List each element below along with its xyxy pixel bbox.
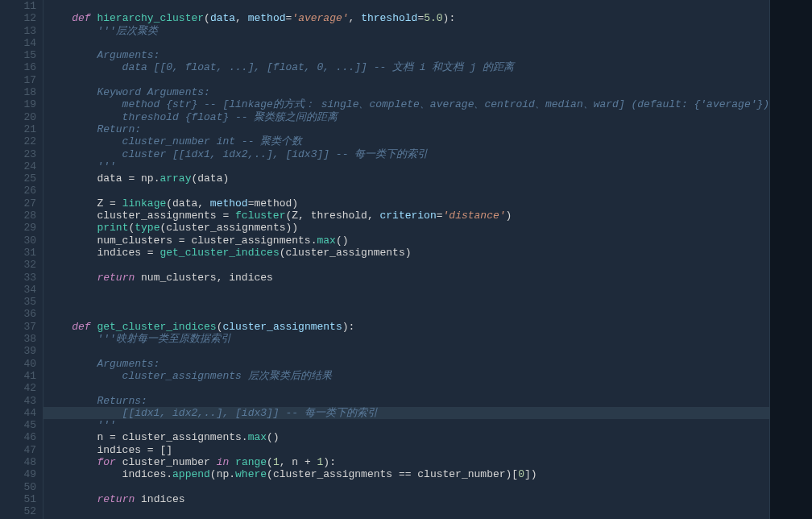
code-line[interactable]: cluster_number int -- 聚类个数	[44, 135, 769, 147]
line-number: 11	[14, 0, 36, 12]
code-token: (cluster_assignments))	[160, 222, 298, 234]
code-line[interactable]: [[idx1, idx2,..], [idx3]] -- 每一类下的索引	[44, 407, 769, 419]
code-token: cluster_number)[	[412, 468, 519, 480]
code-line[interactable]: for cluster_number in range(1, n + 1):	[44, 456, 769, 468]
code-token: hierarchy_cluster	[97, 12, 204, 24]
code-token: =	[437, 210, 443, 222]
code-token: 0	[518, 468, 524, 480]
code-line[interactable]: Z = linkage(data, method=method)	[44, 197, 769, 210]
line-number: 37	[14, 321, 36, 333]
code-token	[47, 321, 72, 333]
code-area[interactable]: def hierarchy_cluster(data, method='aver…	[44, 0, 769, 519]
code-token: (data,	[166, 197, 210, 210]
line-number: 48	[14, 456, 36, 468]
code-token: cluster_assignments	[222, 321, 342, 333]
code-line[interactable]: data = np.array(data)	[44, 172, 769, 185]
code-line[interactable]: return indices	[44, 493, 769, 505]
code-line[interactable]: Return:	[44, 123, 769, 135]
code-token: cluster_assignments.	[185, 235, 317, 247]
line-number: 14	[14, 37, 36, 49]
code-token: get_cluster_indices	[160, 247, 279, 259]
line-number: 39	[14, 345, 36, 357]
code-line[interactable]	[44, 505, 769, 517]
line-number: 17	[14, 74, 36, 86]
code-line[interactable]: indices = get_cluster_indices(cluster_as…	[44, 247, 769, 259]
code-token: ])	[524, 468, 537, 480]
line-number: 19	[14, 98, 36, 110]
code-line[interactable]	[44, 0, 769, 12]
code-line[interactable]	[44, 185, 769, 197]
code-line[interactable]: print(type(cluster_assignments))	[44, 222, 769, 234]
line-number: 34	[14, 284, 36, 296]
line-number: 52	[14, 505, 36, 517]
code-line[interactable]: Keyword Arguments:	[44, 86, 769, 98]
line-number: 33	[14, 272, 36, 284]
code-token: )	[506, 210, 512, 222]
code-line[interactable]	[44, 259, 769, 271]
code-line[interactable]	[44, 37, 769, 49]
line-number: 27	[14, 197, 36, 210]
code-token: data [[0, float, ...], [float, 0, ...]] …	[47, 61, 514, 73]
line-number: 24	[14, 160, 36, 172]
code-token: Arguments:	[47, 358, 160, 370]
code-token: data	[47, 172, 128, 185]
code-token: ):	[342, 321, 355, 333]
code-line[interactable]: cluster [[idx1, idx2,..], [idx3]] -- 每一类…	[44, 148, 769, 160]
code-token: Return:	[47, 123, 141, 135]
code-line[interactable]: '''映射每一类至原数据索引	[44, 333, 769, 345]
code-token: data	[210, 12, 235, 24]
line-number: 49	[14, 468, 36, 480]
line-number: 23	[14, 148, 36, 160]
code-token: =	[110, 431, 116, 443]
code-line[interactable]: Arguments:	[44, 358, 769, 370]
line-number: 28	[14, 210, 36, 222]
code-line[interactable]	[44, 284, 769, 296]
code-line[interactable]: num_clusters = cluster_assignments.max()	[44, 235, 769, 247]
right-panel	[769, 0, 812, 519]
code-token: 'average'	[292, 12, 348, 24]
code-line[interactable]: threshold {float} -- 聚类簇之间的距离	[44, 111, 769, 123]
code-token: ):	[443, 12, 456, 24]
code-token: =	[147, 444, 154, 456]
code-line[interactable]	[44, 345, 769, 357]
code-line[interactable]: cluster_assignments 层次聚类后的结果	[44, 370, 769, 382]
code-token: cluster_number	[116, 456, 217, 468]
line-number: 26	[14, 185, 36, 197]
code-line[interactable]	[44, 74, 769, 86]
code-line[interactable]: indices = []	[44, 444, 769, 456]
code-line[interactable]: method {str} -- [linkage的方式： single、comp…	[44, 98, 769, 110]
line-number: 41	[14, 370, 36, 382]
code-line[interactable]: '''	[44, 160, 769, 172]
code-line[interactable]: return num_clusters, indices	[44, 272, 769, 284]
code-token: []	[154, 444, 172, 456]
code-line[interactable]: indices.append(np.where(cluster_assignme…	[44, 468, 769, 480]
code-line[interactable]: Returns:	[44, 395, 769, 407]
code-token	[47, 222, 97, 234]
code-token: for	[97, 456, 115, 468]
code-line[interactable]: cluster_assignments = fcluster(Z, thresh…	[44, 210, 769, 222]
line-number: 16	[14, 61, 36, 73]
code-token: cluster_assignments 层次聚类后的结果	[47, 370, 332, 382]
code-line[interactable]: data [[0, float, ...], [float, 0, ...]] …	[44, 61, 769, 73]
code-line[interactable]: '''	[44, 419, 769, 431]
code-token: fcluster	[235, 210, 285, 222]
code-token: cluster_number int -- 聚类个数	[47, 135, 302, 147]
code-token: print	[97, 222, 128, 234]
code-line[interactable]	[44, 308, 769, 320]
code-token: Z	[47, 197, 110, 210]
code-line[interactable]: def get_cluster_indices(cluster_assignme…	[44, 321, 769, 333]
code-line[interactable]: n = cluster_assignments.max()	[44, 431, 769, 443]
code-line[interactable]: def hierarchy_cluster(data, method='aver…	[44, 12, 769, 24]
code-line[interactable]: Arguments:	[44, 49, 769, 61]
code-line[interactable]	[44, 296, 769, 308]
code-token: ()	[336, 235, 349, 247]
code-line[interactable]	[44, 481, 769, 493]
code-token: indices	[47, 444, 147, 456]
code-token: criterion	[380, 210, 437, 222]
code-token: Returns:	[47, 395, 147, 407]
code-token: def	[72, 321, 90, 333]
line-number: 15	[14, 49, 36, 61]
code-token: (data)	[191, 172, 229, 185]
code-line[interactable]: '''层次聚类	[44, 25, 769, 37]
code-line[interactable]	[44, 382, 769, 394]
